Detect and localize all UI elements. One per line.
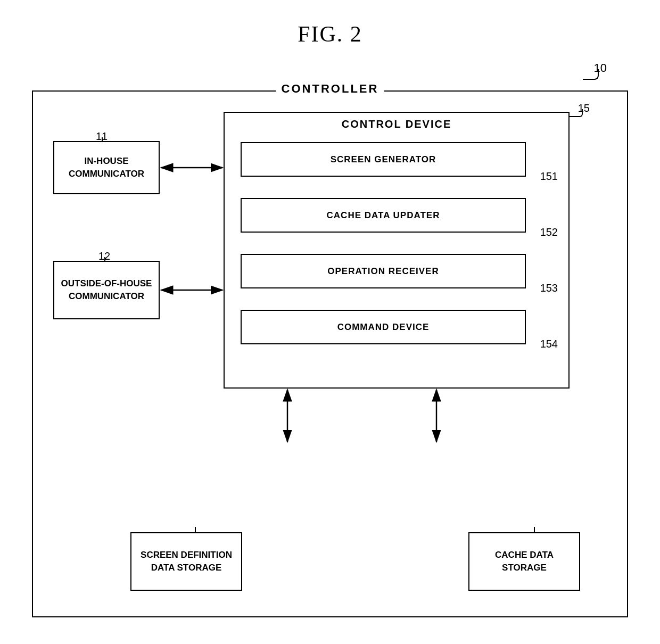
ref-154: 154	[540, 338, 558, 350]
cache-data-updater-box: CACHE DATA UPDATER	[241, 198, 526, 233]
cache-data-label: CACHE DATASTORAGE	[495, 549, 554, 574]
outhouse-communicator-box: OUTSIDE-OF-HOUSECOMMUNICATOR	[53, 261, 160, 319]
outhouse-label: OUTSIDE-OF-HOUSECOMMUNICATOR	[61, 277, 152, 303]
page-title: FIG. 2	[0, 0, 660, 47]
control-device-label: CONTROL DEVICE	[342, 118, 452, 130]
screen-def-label: SCREEN DEFINITIONDATA STORAGE	[141, 549, 232, 574]
ref-10: 10	[594, 61, 607, 75]
ref-15: 15	[578, 102, 590, 114]
screen-generator-box: SCREEN GENERATOR	[241, 142, 526, 177]
operation-receiver-box: OPERATION RECEIVER	[241, 254, 526, 288]
ref-153: 153	[540, 282, 558, 294]
screen-def-storage-box: SCREEN DEFINITIONDATA STORAGE	[130, 532, 242, 591]
ref-151: 151	[540, 170, 558, 183]
cache-data-storage-box: CACHE DATASTORAGE	[468, 532, 580, 591]
controller-label: CONTROLLER	[276, 82, 384, 96]
control-device-box: CONTROL DEVICE SCREEN GENERATOR 151 CACH…	[224, 112, 570, 389]
diagram-container: 10 CONTROLLER 11 IN-HOUSECOMMUNICATOR 12…	[32, 59, 628, 617]
ref-152: 152	[540, 226, 558, 238]
inhouse-label: IN-HOUSECOMMUNICATOR	[69, 155, 144, 180]
inhouse-communicator-box: IN-HOUSECOMMUNICATOR	[53, 141, 160, 194]
command-device-box: COMMAND DEVICE	[241, 310, 526, 344]
